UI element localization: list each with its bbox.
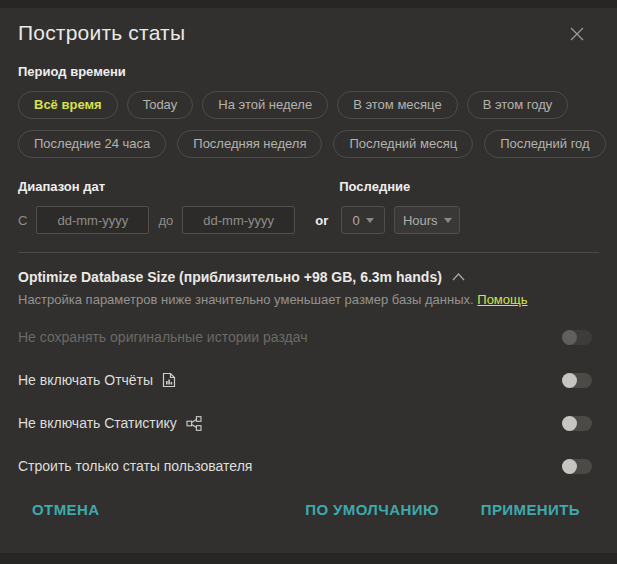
close-icon[interactable]: [568, 25, 586, 43]
toggle-row: Не включать Статистику: [18, 415, 592, 431]
pill-this-month[interactable]: В этом месяце: [337, 91, 457, 119]
exclude-reports-label: Не включать Отчёты: [18, 372, 153, 388]
pill-last-month[interactable]: Последний месяц: [333, 130, 473, 158]
pill-last-24-hours[interactable]: Последние 24 часа: [18, 130, 166, 158]
default-button[interactable]: ПО УМОЛЧАНИЮ: [305, 501, 439, 518]
pill-last-year[interactable]: Последний год: [484, 130, 606, 158]
dialog-header: Построить статы: [18, 21, 592, 45]
pill-last-week[interactable]: Последняя неделя: [177, 130, 322, 158]
date-range-block: Диапазон дат С до: [18, 179, 295, 234]
to-label: до: [158, 213, 173, 228]
date-range-row: С до: [18, 206, 295, 234]
apply-button[interactable]: ПРИМЕНИТЬ: [481, 501, 580, 518]
cancel-button[interactable]: ОТМЕНА: [32, 501, 99, 518]
range-section: Диапазон дат С до Последние or 0 Hours: [18, 179, 592, 234]
optimize-description: Настройка параметров ниже значительно ум…: [18, 292, 592, 307]
pill-this-week[interactable]: На этой неделе: [202, 91, 328, 119]
user-stats-only-toggle[interactable]: [562, 459, 592, 474]
exclude-statistics-label: Не включать Статистику: [18, 415, 177, 431]
pill-today[interactable]: Today: [127, 91, 194, 119]
last-unit-select[interactable]: Hours: [394, 206, 460, 234]
skip-hand-histories-label: Не сохранять оригинальные истории раздач: [18, 329, 307, 345]
report-document-icon: [162, 372, 176, 388]
exclude-reports-toggle[interactable]: [562, 373, 592, 388]
divider: [18, 252, 599, 253]
chevron-down-icon: [444, 218, 452, 223]
last-count-select[interactable]: 0: [341, 206, 385, 234]
from-label: С: [18, 213, 27, 228]
skip-hand-histories-toggle: [562, 330, 592, 345]
time-period-row-1: Всё время Today На этой неделе В этом ме…: [18, 91, 592, 119]
optimize-section-header[interactable]: Optimize Database Size (приблизительно +…: [18, 269, 592, 285]
toggle-knob: [562, 373, 577, 388]
date-to-input[interactable]: [182, 206, 295, 234]
last-block: Последние or 0 Hours: [309, 179, 460, 234]
user-stats-only-label: Строить только статы пользователя: [18, 458, 252, 474]
pill-all-time[interactable]: Всё время: [18, 91, 118, 119]
toggle-row: Не сохранять оригинальные истории раздач: [18, 329, 592, 345]
toggle-row: Строить только статы пользователя: [18, 458, 592, 474]
toggle-knob: [562, 459, 577, 474]
toggle-row: Не включать Отчёты: [18, 372, 592, 388]
toggle-knob: [562, 416, 577, 431]
page-title: Построить статы: [18, 21, 185, 45]
date-from-input[interactable]: [36, 206, 149, 234]
time-period-row-2: Последние 24 часа Последняя неделя После…: [18, 130, 592, 158]
pill-this-year[interactable]: В этом году: [467, 91, 569, 119]
time-period-label: Период времени: [18, 64, 592, 79]
dialog-footer: ОТМЕНА ПО УМОЛЧАНИЮ ПРИМЕНИТЬ: [18, 501, 592, 518]
date-range-label: Диапазон дат: [18, 179, 295, 194]
last-row: or 0 Hours: [309, 206, 460, 234]
last-count-value: 0: [353, 213, 360, 228]
toggle-knob: [562, 330, 577, 345]
last-label: Последние: [309, 179, 460, 194]
exclude-statistics-toggle[interactable]: [562, 416, 592, 431]
chevron-up-icon[interactable]: [452, 273, 465, 281]
optimize-description-text: Настройка параметров ниже значительно ум…: [18, 292, 474, 307]
optimize-title: Optimize Database Size (приблизительно +…: [18, 269, 442, 285]
or-label: or: [315, 213, 328, 228]
share-nodes-icon: [186, 416, 202, 431]
last-unit-value: Hours: [403, 213, 438, 228]
chevron-down-icon: [366, 218, 374, 223]
help-link[interactable]: Помощь: [477, 292, 527, 307]
build-stats-dialog: Построить статы Период времени Всё время…: [0, 8, 617, 553]
